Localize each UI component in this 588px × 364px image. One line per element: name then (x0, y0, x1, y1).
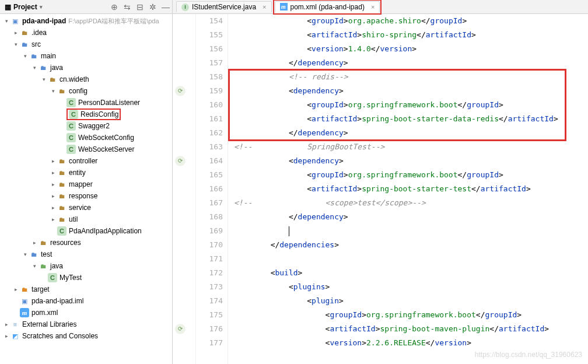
tab-pom-xml-pda-and-ipad-[interactable]: mpom.xml (pda-and-ipad)× (275, 1, 380, 13)
tree-item-websocketconfig[interactable]: CWebSocketConfig (0, 132, 172, 144)
tree-item-service-label: service (69, 204, 91, 212)
line-number: 168 (196, 210, 223, 224)
project-sidebar: ▦ Project ▾ ⊕ ⇆ ⊟ ✲ — ▾▣pda-and-ipadF:\a… (0, 0, 173, 364)
close-icon[interactable]: × (262, 4, 266, 10)
tree-item-cn-wideth[interactable]: ▾🖿cn.wideth (0, 74, 172, 85)
code-line-174[interactable]: <plugin> (234, 294, 588, 308)
code-line-173[interactable]: <plugins> (234, 280, 588, 294)
code-line-162[interactable]: </dependency> (234, 126, 588, 140)
gutter-badge-icon[interactable]: ⟳ (175, 324, 186, 334)
project-toolbar: ▦ Project ▾ ⊕ ⇆ ⊟ ✲ — (0, 0, 172, 14)
code-line-175[interactable]: <groupId>org.springframework.boot</group… (234, 308, 588, 322)
expand-btn[interactable]: ⇆ (121, 1, 134, 13)
line-number: 169 (196, 224, 223, 238)
code-editor[interactable]: <groupId>org.apache.shiro</groupId> <art… (228, 14, 588, 364)
tree-item-response[interactable]: ▸🖿response (0, 190, 172, 202)
code-line-155[interactable]: <artifactId>shiro-spring</artifactId> (234, 28, 588, 42)
code-line-158[interactable]: <!-- redis--> (234, 70, 588, 84)
code-line-168[interactable]: </dependency> (234, 210, 588, 224)
chevron-icon: ▸ (12, 30, 20, 36)
chevron-icon: ▸ (49, 170, 57, 176)
tree-item-java[interactable]: ▾🖿java (0, 260, 172, 272)
tree-item-target[interactable]: ▸🖿target (0, 284, 172, 295)
line-number: 161 (196, 112, 223, 126)
code-line-160[interactable]: <groupId>org.springframework.boot</group… (234, 98, 588, 112)
tree-item-persondatalistener-icon: C (66, 98, 76, 107)
tree-item-mapper-icon: 🖿 (57, 180, 66, 189)
tree-item-service[interactable]: ▸🖿service (0, 202, 172, 214)
tree-item-test[interactable]: ▾🖿test (0, 249, 172, 260)
tree-item-src-label: src (32, 40, 41, 48)
project-tree[interactable]: ▾▣pda-and-ipadF:\app\PDA端和推车平板端\pda▸🖿.id… (0, 14, 172, 364)
code-line-163[interactable]: <!-- SpringBootTest--> (234, 140, 588, 154)
tree-item-websocketserver[interactable]: CWebSocketServer (0, 144, 172, 155)
tree-item-mytest[interactable]: CMyTest (0, 272, 172, 284)
gutter-badge-icon[interactable]: ⟳ (175, 86, 186, 96)
locate-btn[interactable]: ⊕ (108, 1, 121, 13)
tab-istudentservice-java[interactable]: IIStudentService.java× (176, 1, 272, 12)
project-root[interactable]: ▾▣pda-and-ipadF:\app\PDA端和推车平板端\pda (0, 15, 172, 27)
chevron-icon: ▾ (12, 41, 20, 47)
tree-item-entity[interactable]: ▸🖿entity (0, 167, 172, 178)
tree-item-scratches-and-consoles[interactable]: ▸◩Scratches and Consoles (0, 330, 172, 342)
tree-item-main[interactable]: ▾🖿main (0, 50, 172, 62)
tree-item-util[interactable]: ▸🖿util (0, 214, 172, 225)
tree-item-swagger2-icon: C (66, 121, 76, 131)
tree-item--idea[interactable]: ▸🖿.idea (0, 27, 172, 38)
code-line-157[interactable]: </dependency> (234, 56, 588, 70)
line-number: 158 (196, 70, 223, 84)
code-line-172[interactable]: <build> (234, 266, 588, 280)
tree-item-pda-and-ipad-iml[interactable]: ▣pda-and-ipad.iml (0, 295, 172, 307)
tree-item-controller[interactable]: ▸🖿controller (0, 155, 172, 167)
tree-item-external-libraries[interactable]: ▸≡External Libraries (0, 318, 172, 330)
code-line-166[interactable]: <artifactId>spring-boot-starter-test</ar… (234, 182, 588, 196)
tree-item-websocketserver-icon: C (66, 145, 76, 154)
code-line-167[interactable]: <!-- <scope>test</scope>--> (234, 196, 588, 210)
tree-item-target-icon: 🖿 (20, 285, 29, 294)
code-line-176[interactable]: <artifactId>spring-boot-maven-plugin</ar… (234, 322, 588, 336)
tree-item-java[interactable]: ▾🖿java (0, 62, 172, 74)
project-root-icon: ▣ (10, 16, 20, 26)
tree-item-config[interactable]: ▾🖿config (0, 85, 172, 97)
tree-item-target-label: target (32, 285, 50, 293)
tree-item-src-icon: 🖿 (20, 40, 29, 49)
tree-item-persondatalistener[interactable]: CPersonDataListener (0, 97, 172, 108)
tree-item-pdaandipadapplication[interactable]: CPdaAndIpadApplication (0, 225, 172, 237)
close-icon[interactable]: × (371, 4, 374, 10)
settings-gear-icon[interactable]: ✲ (146, 1, 159, 13)
code-line-164[interactable]: <dependency> (234, 154, 588, 168)
tree-item-response-icon: 🖿 (57, 191, 66, 201)
chevron-icon: ▾ (21, 251, 29, 257)
tree-item-cn-wideth-label: cn.wideth (60, 75, 89, 83)
code-line-161[interactable]: <artifactId>spring-boot-starter-data-red… (234, 112, 588, 126)
hide-btn[interactable]: — (159, 1, 172, 13)
collapse-btn[interactable]: ⊟ (134, 1, 146, 13)
tree-item-src[interactable]: ▾🖿src (0, 38, 172, 50)
gutter-badge-icon[interactable]: ⟳ (175, 156, 186, 166)
editor-tabs: IIStudentService.java×mpom.xml (pda-and-… (173, 0, 588, 14)
project-tool-title[interactable]: ▦ Project ▾ (0, 3, 47, 11)
tree-item-swagger2[interactable]: CSwagger2 (0, 120, 172, 132)
code-line-154[interactable]: <groupId>org.apache.shiro</groupId> (234, 14, 588, 28)
tree-item-pom-xml-icon: m (20, 308, 29, 317)
line-number: 165 (196, 168, 223, 182)
tree-item-java-icon: 🖿 (38, 261, 48, 271)
code-line-165[interactable]: <groupId>org.springframework.boot</group… (234, 168, 588, 182)
tree-item-controller-icon: 🖿 (57, 156, 66, 166)
line-number: 174 (196, 294, 223, 308)
tree-item-websocketconfig-label: WebSocketConfig (78, 134, 134, 142)
tree-item-redisconfig[interactable]: CRedisConfig (0, 108, 172, 120)
code-line-169[interactable] (234, 224, 588, 238)
tree-item-mapper[interactable]: ▸🖿mapper (0, 178, 172, 190)
code-line-171[interactable] (234, 252, 588, 266)
code-line-156[interactable]: <version>1.4.0</version> (234, 42, 588, 56)
project-root-label: pda-and-ipad (22, 17, 66, 25)
tree-item-redisconfig-label: RedisConfig (80, 110, 118, 118)
tree-item-resources[interactable]: ▸🖿resources (0, 237, 172, 249)
code-line-170[interactable]: </dependencies> (234, 238, 588, 252)
tree-item-response-label: response (69, 192, 97, 200)
tree-item-websocketconfig-icon: C (66, 133, 76, 142)
tree-item-pom-xml[interactable]: mpom.xml (0, 307, 172, 318)
tree-item-resources-label: resources (50, 239, 81, 247)
code-line-159[interactable]: <dependency> (234, 84, 588, 98)
